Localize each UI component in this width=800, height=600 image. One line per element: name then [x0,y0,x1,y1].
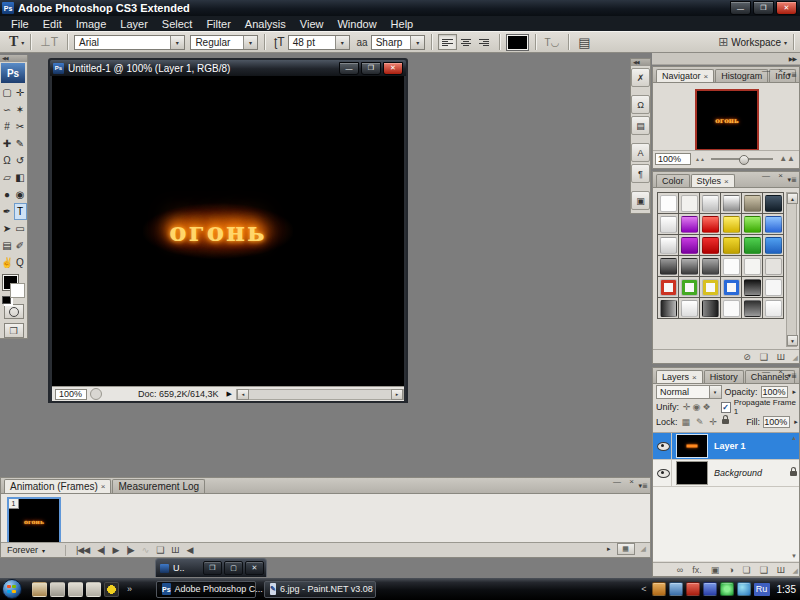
style-swatch-18[interactable] [763,235,784,256]
shape-tool[interactable]: ▭ [14,220,27,237]
photoshop-logo-button[interactable]: Ps [1,63,25,83]
propagate-checkbox[interactable]: ✓ [721,402,731,413]
menu-item-select[interactable]: Select [155,18,200,30]
layer-comps-dock-icon[interactable]: ▤ [631,116,650,135]
scroll-left-icon[interactable]: ◂ [237,389,249,400]
mini-maximize-button[interactable]: ▢ [224,561,243,575]
scroll-down-icon[interactable]: ▼ [791,553,797,559]
move-tool[interactable]: ✛ [14,84,27,101]
chevron-down-icon[interactable]: ▾ [170,36,184,49]
delete-layer-icon[interactable]: Ш [777,565,785,575]
chevron-down-icon[interactable]: ▾ [709,386,721,398]
collapse-dock-header[interactable]: ◀◀ [631,59,650,66]
tray-app-icon[interactable] [703,582,717,596]
layer-group-icon[interactable]: ❏ [743,565,751,575]
notes-dock-icon[interactable]: ▣ [631,191,650,210]
tab-close-icon[interactable]: × [692,373,697,382]
panel-minimize-close[interactable]: — × [762,367,786,376]
font-size-select[interactable]: 48 pt ▾ [288,35,350,50]
styles-scrollbar[interactable]: ▲ ▼ [786,192,797,347]
scroll-down-icon[interactable]: ▼ [787,335,798,346]
type-tool-preset-icon[interactable]: T [9,34,18,50]
close-button[interactable]: ✕ [776,1,797,15]
layer-thumbnail[interactable] [676,461,708,485]
tab-histogram[interactable]: Histogram [715,69,768,82]
clear-style-icon[interactable]: ⊘ [743,352,751,362]
style-swatch-28[interactable] [721,277,742,298]
panel-menu-icon[interactable]: ▾≣ [639,482,648,490]
quicklaunch-icon-2[interactable] [50,582,65,597]
gradient-tool[interactable]: ◧ [14,169,27,186]
font-style-select[interactable]: Regular ▾ [190,35,258,50]
new-layer-icon[interactable]: ❑ [760,565,768,575]
zoom-slider[interactable] [711,158,773,160]
loop-select[interactable]: Forever ▾ [5,544,59,556]
lock-pixels-icon[interactable]: ✎ [696,417,704,427]
tray-network-icon[interactable] [737,582,751,596]
convert-to-timeline-icon[interactable]: ▦ [617,543,635,555]
background-color-swatch[interactable] [10,283,25,298]
screen-mode-button[interactable]: ❒ [4,323,24,338]
brush-tool[interactable]: ✎ [14,135,27,152]
fill-field[interactable]: 100% [763,416,790,428]
tab-close-icon[interactable]: × [101,482,106,491]
align-center-button[interactable] [457,34,475,50]
eyedropper-tool[interactable]: ✐ [14,237,27,254]
delete-style-icon[interactable]: Ш [777,352,785,362]
healing-brush-tool[interactable]: ✚ [1,135,14,152]
chevron-down-icon[interactable]: ▾ [335,36,349,49]
tab-color[interactable]: Color [656,174,690,187]
layer-name[interactable]: Layer 1 [714,441,746,451]
frame-thumbnail[interactable]: 1 огонь [7,497,61,544]
text-orientation-icon[interactable]: ⊥T [40,35,58,49]
layer-style-icon[interactable]: fx. [692,565,702,575]
layer-name[interactable]: Background [714,468,762,478]
style-swatch-32[interactable] [679,298,700,319]
start-button[interactable] [2,579,22,599]
collapse-frames-arrow[interactable]: ◀ [187,545,193,555]
unify-style-icon[interactable]: ❖ [702,402,710,412]
opacity-field[interactable]: 100% [761,386,789,398]
tab-animation-frames[interactable]: Animation (Frames)× [4,479,111,493]
style-swatch-29[interactable] [742,277,763,298]
tab-close-icon[interactable]: × [704,72,709,81]
style-swatch-2[interactable] [679,193,700,214]
doc-minimize-button[interactable]: — [339,62,359,75]
panel-menu-icon[interactable]: ▾≣ [788,176,797,184]
next-frame-button[interactable]: |▶ [126,545,133,555]
layer-mask-icon[interactable]: ▣ [711,565,720,575]
blend-mode-select[interactable]: Normal ▾ [656,385,722,399]
zoom-in-icon[interactable]: ▲▲ [779,155,795,163]
style-swatch-31[interactable] [658,298,679,319]
anti-alias-select[interactable]: Sharp ▾ [371,35,426,50]
opacity-spinner-icon[interactable]: ▸ [792,388,796,396]
style-swatch-9[interactable] [700,214,721,235]
style-swatch-23[interactable] [742,256,763,277]
quick-launch-overflow-icon[interactable]: » [127,584,132,594]
layer-row-layer1[interactable]: Layer 1 [653,433,799,460]
scroll-right-icon[interactable]: ▸ [391,389,403,400]
style-swatch-15[interactable] [700,235,721,256]
tab-layers[interactable]: Layers× [656,370,703,383]
type-tool[interactable]: T [14,203,27,220]
mini-restore-button[interactable]: ❐ [203,561,222,575]
zoom-slider-thumb[interactable] [739,155,749,165]
unify-position-icon[interactable]: ✛ [683,402,691,412]
chevron-down-icon[interactable]: ▾ [784,39,787,46]
new-style-icon[interactable]: ❑ [760,352,768,362]
zoom-tool[interactable]: Q [14,254,27,271]
mini-close-button[interactable]: ✕ [245,561,264,575]
tab-history[interactable]: History [704,370,744,383]
style-swatch-33[interactable] [700,298,721,319]
lock-all-icon[interactable] [722,419,729,424]
menu-item-edit[interactable]: Edit [36,18,69,30]
style-swatch-3[interactable] [700,193,721,214]
quicklaunch-icon-5[interactable] [104,582,119,597]
style-swatch-16[interactable] [721,235,742,256]
warp-text-icon[interactable]: T◡ [545,37,560,48]
menu-item-image[interactable]: Image [69,18,114,30]
style-swatch-12[interactable] [763,214,784,235]
visibility-cell[interactable] [655,460,672,486]
menu-item-window[interactable]: Window [330,18,383,30]
first-frame-button[interactable]: |◀◀ [76,545,89,555]
